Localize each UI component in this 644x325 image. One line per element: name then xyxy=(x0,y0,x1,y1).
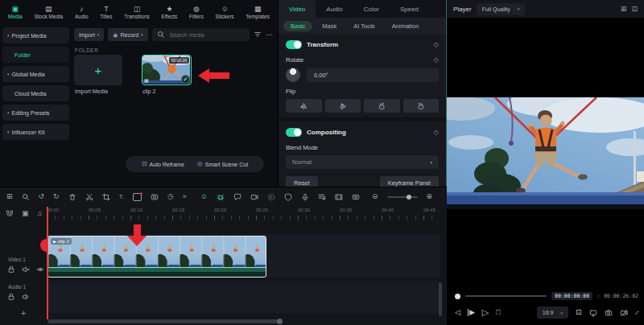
timeline-hscrollbar[interactable] xyxy=(47,319,281,323)
text-tool-icon[interactable]: T. xyxy=(119,194,124,200)
eye-visibility-icon[interactable] xyxy=(36,265,44,274)
split-scissors-icon[interactable] xyxy=(85,193,93,201)
tab-media[interactable]: ▣ Media xyxy=(8,5,23,19)
timeline-clip[interactable]: ▶ clip 2 xyxy=(47,236,266,278)
tab-video[interactable]: Video xyxy=(279,0,316,18)
fit-timeline-icon[interactable] xyxy=(352,193,360,201)
stop-icon[interactable]: □ xyxy=(496,309,500,316)
timeline-vscrollbar[interactable] xyxy=(439,282,442,316)
hscroll-handle[interactable] xyxy=(277,319,283,324)
import-media-tile[interactable]: + xyxy=(74,55,122,85)
flip-horizontal-button[interactable] xyxy=(286,99,322,113)
video-preview[interactable] xyxy=(447,97,644,209)
quality-dropdown[interactable]: Full Quality ▾ xyxy=(477,3,526,15)
sidebar-item-project-media[interactable]: ▾ Project Media xyxy=(2,27,69,43)
add-track-button[interactable]: + xyxy=(21,308,26,318)
rotate-right-button[interactable] xyxy=(403,99,440,113)
tab-color[interactable]: Color xyxy=(353,0,390,18)
aspect-ratio-dropdown[interactable]: 16:9 ▾ xyxy=(537,306,568,319)
timeline-zoom-slider[interactable] xyxy=(387,196,418,198)
zoom-out-icon[interactable]: ⊖ xyxy=(372,193,378,200)
clip-thumbnail[interactable]: 00:00:26 ▤ ✓ xyxy=(142,55,192,85)
play-circle-icon[interactable] xyxy=(267,193,275,201)
next-frame-icon[interactable]: ▶ xyxy=(468,309,475,316)
sidebar-item-editing-presets[interactable]: ▾ Editing Presets xyxy=(2,105,69,121)
snapshot-camera-icon[interactable] xyxy=(605,309,613,317)
speed-clock-icon[interactable]: ◷ xyxy=(167,193,174,200)
sticker-creature-icon[interactable] xyxy=(217,193,225,201)
filmstrip-icon[interactable] xyxy=(335,193,343,201)
mark-in-out-icon[interactable]: ⊡ xyxy=(576,309,582,316)
more-options-icon[interactable]: ⋯ xyxy=(266,31,273,39)
timeline-ruler[interactable]: 00:00 00:05 00:10 00:15 00:20 00:25 00:3… xyxy=(47,207,440,222)
lock-icon[interactable] xyxy=(7,265,15,274)
flip-vertical-button[interactable] xyxy=(325,99,361,113)
sidebar-item-global-media[interactable]: ▾ Global Media xyxy=(2,66,69,82)
record-button[interactable]: ◉ Record ▾ xyxy=(108,28,147,41)
music-playlist-icon[interactable] xyxy=(318,193,326,201)
playhead-marker[interactable] xyxy=(40,239,47,252)
crop-icon[interactable] xyxy=(102,193,110,201)
mask-tool-icon[interactable] xyxy=(151,193,159,201)
voiceover-mic-icon[interactable] xyxy=(301,193,309,201)
undo-icon[interactable]: ↺ xyxy=(39,193,45,200)
audio-view-icon[interactable]: ♫ xyxy=(37,210,43,217)
tab-speed[interactable]: Speed xyxy=(390,0,429,18)
keyframe-diamond-icon[interactable]: ◇ xyxy=(434,41,439,48)
mute-speaker-icon[interactable] xyxy=(22,265,30,274)
blend-mode-dropdown[interactable]: Normal ▾ xyxy=(286,155,439,169)
tab-filters[interactable]: ◍ Filters xyxy=(189,5,204,19)
rotate-value-input[interactable] xyxy=(307,68,439,82)
tab-audio-props[interactable]: Audio xyxy=(316,0,353,18)
sidebar-item-influencer-kit[interactable]: ▾ Influencer Kit xyxy=(2,124,69,140)
fullscreen-icon[interactable]: ↕ xyxy=(633,309,641,317)
tab-audio[interactable]: ♪ Audio xyxy=(75,5,89,19)
progress-track[interactable] xyxy=(465,295,547,297)
subtab-animation[interactable]: Animation xyxy=(385,21,426,31)
subtab-ai-tools[interactable]: AI Tools xyxy=(346,21,382,31)
delete-icon[interactable] xyxy=(68,193,76,201)
audio-track-lane[interactable] xyxy=(47,281,440,313)
tab-templates[interactable]: ▦ Templates xyxy=(246,5,270,19)
tab-transitions[interactable]: ◫ Transitions xyxy=(124,5,150,19)
caption-bubble-icon[interactable] xyxy=(233,193,242,201)
video-camera-icon[interactable] xyxy=(250,193,258,201)
tab-stock-media[interactable]: ▤ Stock Media xyxy=(34,5,63,19)
render-preview-icon[interactable] xyxy=(620,309,628,317)
auto-reframe-button[interactable]: ⊡ Auto Reframe xyxy=(142,161,184,167)
display-output-icon[interactable] xyxy=(589,309,597,317)
tab-titles[interactable]: T Titles xyxy=(100,5,112,19)
record-frame-icon[interactable] xyxy=(133,193,142,201)
select-tool-icon[interactable]: ⊞ xyxy=(6,193,13,200)
scrubber-handle[interactable] xyxy=(455,294,460,299)
pip-view-icon[interactable]: ⊡ xyxy=(631,6,638,13)
redo-icon[interactable]: ↻ xyxy=(53,193,60,200)
search-box[interactable] xyxy=(152,28,250,41)
zoom-in-icon[interactable]: ⊕ xyxy=(427,193,433,200)
zoom-slider-handle[interactable] xyxy=(407,195,411,200)
transform-toggle[interactable] xyxy=(286,40,302,49)
subtab-mask[interactable]: Mask xyxy=(315,21,344,31)
previous-frame-icon[interactable]: ◁ xyxy=(455,309,460,316)
toolbar-overflow-icon[interactable]: » xyxy=(183,193,187,200)
zoom-tool-icon[interactable] xyxy=(22,193,30,201)
rotate-left-button[interactable] xyxy=(364,99,400,113)
subtab-basic[interactable]: Basic xyxy=(283,21,312,31)
sidebar-item-folder[interactable]: Folder xyxy=(2,47,69,63)
shield-icon[interactable] xyxy=(284,193,292,201)
tab-effects[interactable]: ★ Effects xyxy=(162,5,178,19)
rotate-dial[interactable] xyxy=(286,68,300,82)
play-icon[interactable]: ▷ xyxy=(482,308,489,317)
import-button[interactable]: Import ▾ xyxy=(74,28,104,41)
ai-portrait-icon[interactable]: ☺ xyxy=(200,193,208,200)
track-view-icon[interactable]: ▣ xyxy=(22,210,29,217)
search-input[interactable] xyxy=(168,31,245,39)
keyframe-diamond-icon[interactable]: ◇ xyxy=(434,129,439,136)
grid-view-icon[interactable]: ⊞ xyxy=(621,6,627,13)
compositing-toggle[interactable] xyxy=(286,128,302,137)
playhead[interactable] xyxy=(47,207,48,319)
smart-scene-cut-button[interactable]: ◎ Smart Scene Cut xyxy=(197,161,248,167)
filter-icon[interactable] xyxy=(254,31,262,39)
lock-icon[interactable] xyxy=(7,293,15,301)
keyframe-diamond-icon[interactable]: ◇ xyxy=(434,56,439,64)
